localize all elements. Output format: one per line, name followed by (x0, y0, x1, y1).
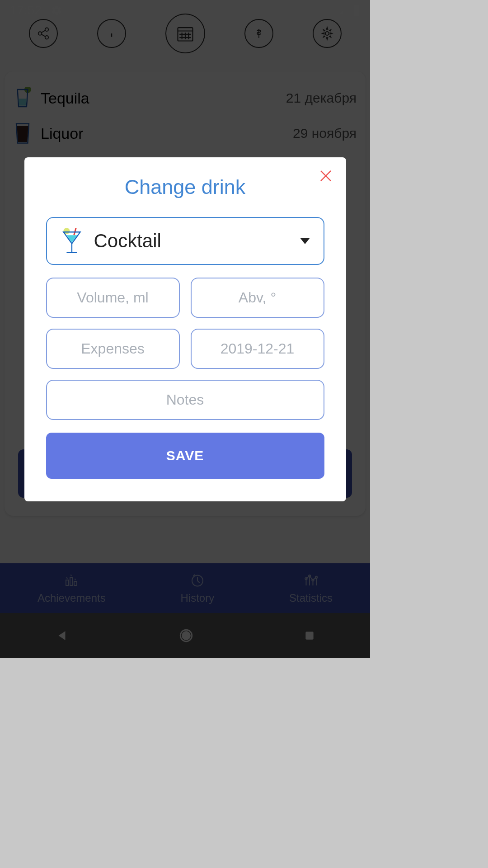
cocktail-icon (61, 228, 83, 254)
date-input[interactable]: 2019-12-21 (191, 329, 324, 369)
modal-overlay[interactable]: Change drink Cocktail Volume, ml Abv, ° … (0, 0, 370, 658)
expenses-input[interactable]: Expenses (46, 329, 180, 369)
volume-input[interactable]: Volume, ml (46, 278, 180, 318)
modal-title: Change drink (46, 175, 324, 199)
selected-drink-label: Cocktail (94, 230, 161, 252)
chevron-down-icon (300, 238, 310, 244)
save-button[interactable]: SAVE (46, 433, 324, 479)
drink-select[interactable]: Cocktail (46, 217, 324, 265)
notes-input[interactable]: Notes (46, 380, 324, 420)
svg-line-36 (74, 228, 76, 235)
abv-input[interactable]: Abv, ° (191, 278, 324, 318)
change-drink-modal: Change drink Cocktail Volume, ml Abv, ° … (24, 157, 346, 501)
close-icon[interactable] (317, 167, 335, 185)
